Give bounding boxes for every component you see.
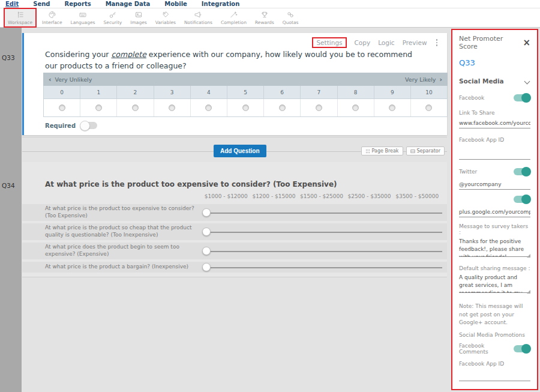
slider-handle[interactable] xyxy=(202,247,211,255)
twitter-toggle[interactable] xyxy=(514,168,530,175)
toolbar-item-quotas[interactable]: Quotas xyxy=(280,9,302,26)
required-label: Required xyxy=(45,122,76,129)
googleplus-toggle[interactable] xyxy=(514,196,530,203)
twitter-label: Twitter xyxy=(459,169,477,175)
toolbar-item-images[interactable]: Images xyxy=(127,9,149,26)
toolbar-item-notifications[interactable]: Notifications xyxy=(181,9,215,26)
slider-handle[interactable] xyxy=(202,228,211,236)
message-label: Message to survey takers : xyxy=(459,223,530,235)
slider-track[interactable] xyxy=(202,251,442,252)
slider-track[interactable] xyxy=(202,213,442,214)
nps-radio-4[interactable] xyxy=(205,104,212,111)
price-range-header: $1000 - $12000 xyxy=(202,193,250,199)
chevron-right-icon[interactable]: › xyxy=(439,76,442,83)
slider-track[interactable] xyxy=(202,232,442,233)
nps-radio-0[interactable] xyxy=(59,104,65,111)
menu-integration[interactable]: Integration xyxy=(202,1,239,7)
nps-radio-3[interactable] xyxy=(169,104,175,111)
nps-number: 0 xyxy=(44,86,80,98)
slider-track[interactable] xyxy=(202,267,442,268)
nps-radio-2[interactable] xyxy=(132,104,139,111)
slider-handle[interactable] xyxy=(202,263,211,271)
toolbar-label: Quotas xyxy=(283,20,299,25)
question-text-q33[interactable]: Considering your complete experience wit… xyxy=(45,49,416,72)
menu-edit[interactable]: Edit xyxy=(5,1,19,7)
slider-handle[interactable] xyxy=(202,208,211,217)
nps-number: 3 xyxy=(154,86,191,98)
menu-send[interactable]: Send xyxy=(33,1,50,7)
nps-radio-6[interactable] xyxy=(279,104,286,111)
nps-number: 7 xyxy=(301,86,337,98)
googleplus-note: Note: This message will not get post on … xyxy=(459,303,530,327)
toolbar-item-workspace[interactable]: Workspace xyxy=(4,8,37,28)
toolbar-label: Completion xyxy=(221,20,247,25)
close-icon[interactable]: × xyxy=(523,39,530,46)
resize-grip-icon[interactable] xyxy=(527,254,530,258)
price-range-header: $1200 - $15000 xyxy=(250,193,298,199)
nps-radio-10[interactable] xyxy=(425,104,432,111)
toolbar-item-security[interactable]: Security xyxy=(101,9,125,26)
nps-left-label: Very Unlikely xyxy=(55,76,92,83)
facebook-app-id2-label: Facebook App ID xyxy=(459,361,530,367)
nps-radio-8[interactable] xyxy=(352,104,359,111)
more-options-icon[interactable] xyxy=(435,38,439,47)
toolbar-label: Security xyxy=(104,20,122,25)
required-toggle[interactable] xyxy=(80,122,97,129)
facebook-comments-setting: Facebook Comments xyxy=(459,343,530,355)
toolbar-item-variables[interactable]: Variables xyxy=(152,9,179,26)
slider-row: At what price is the product a bargain? … xyxy=(22,262,447,273)
googleplus-link-input[interactable] xyxy=(459,208,530,217)
message-textarea-wrap: Thanks for the positive feedback!, pleas… xyxy=(459,238,530,259)
facebook-link-input[interactable] xyxy=(459,119,530,128)
chevron-left-icon[interactable]: ‹ xyxy=(49,76,52,83)
facebook-toggle[interactable] xyxy=(514,94,530,101)
toolbar-item-completion[interactable]: Completion xyxy=(218,9,250,26)
nps-radio-7[interactable] xyxy=(316,104,322,111)
toolbar-item-interface[interactable]: Interface xyxy=(39,9,65,26)
social-media-section-header[interactable]: Social Media xyxy=(459,77,530,85)
separator-label: Separator xyxy=(417,148,441,154)
trophy-icon xyxy=(260,10,269,19)
nps-radio-5[interactable] xyxy=(242,104,249,111)
nps-number-row: 0 1 2 3 4 5 6 7 8 9 10 xyxy=(43,86,448,99)
price-range-header: $2500 - $35000 xyxy=(346,193,394,199)
survey-builder-app: Edit Send Reports Manage Data Mobile Int… xyxy=(0,0,540,392)
keyboard-icon xyxy=(78,10,88,19)
separator-button[interactable]: Separator xyxy=(406,146,445,155)
default-sharing-textarea[interactable]: A quality product and great services, I … xyxy=(459,274,530,293)
logic-button[interactable]: Logic xyxy=(378,39,394,46)
key-icon xyxy=(108,10,118,19)
divider-tools: Page Break Separator xyxy=(361,146,445,155)
nps-radio-1[interactable] xyxy=(95,104,102,111)
nps-right-label: Very Likely xyxy=(405,76,436,83)
price-range-headers: $1000 - $12000 $1200 - $15000 $1500 - $2… xyxy=(202,193,441,199)
add-question-button[interactable]: Add Question xyxy=(214,145,266,157)
facebook-app-id2-input[interactable] xyxy=(459,373,530,381)
megaphone-icon xyxy=(193,10,203,19)
googleplus-setting xyxy=(459,196,530,203)
price-range-header: $3500 - $50000 xyxy=(393,193,441,199)
toolbar-label: Variables xyxy=(155,20,176,25)
palette-icon xyxy=(47,10,57,19)
resize-grip-icon[interactable] xyxy=(527,290,530,294)
menu-mobile[interactable]: Mobile xyxy=(164,1,187,7)
facebook-app-id-input[interactable] xyxy=(459,150,530,160)
settings-button[interactable]: Settings xyxy=(312,37,346,48)
question-text-q34[interactable]: At what price is the product too expensi… xyxy=(45,180,337,188)
page-break-button[interactable]: Page Break xyxy=(361,146,403,155)
toolbar-label: Interface xyxy=(42,20,62,25)
toolbar-item-rewards[interactable]: Rewards xyxy=(252,9,277,26)
question-divider: Add Question Page Break Separator xyxy=(22,137,447,162)
preview-button[interactable]: Preview xyxy=(403,39,427,46)
nps-radio-9[interactable] xyxy=(389,104,395,111)
chevron-down-icon xyxy=(524,78,530,84)
menu-reports[interactable]: Reports xyxy=(64,1,91,7)
facebook-comments-toggle[interactable] xyxy=(514,345,530,352)
menu-manage-data[interactable]: Manage Data xyxy=(106,1,151,7)
question-code-q34: Q34 xyxy=(2,182,15,189)
separator-icon xyxy=(410,149,415,154)
message-textarea[interactable]: Thanks for the positive feedback!, pleas… xyxy=(459,238,530,257)
toolbar-item-languages[interactable]: Languages xyxy=(68,9,98,26)
twitter-handle-input[interactable] xyxy=(459,180,530,190)
copy-button[interactable]: Copy xyxy=(355,39,371,46)
